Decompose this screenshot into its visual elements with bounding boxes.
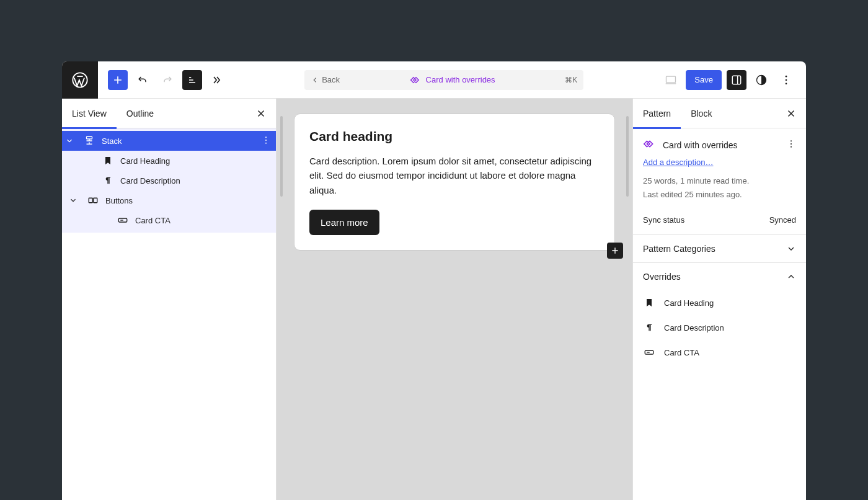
tree-item-label: Card Heading bbox=[120, 156, 170, 166]
button-icon bbox=[643, 346, 655, 359]
tab-outline[interactable]: Outline bbox=[117, 99, 164, 128]
desktop-view-icon[interactable] bbox=[661, 70, 681, 90]
pattern-icon bbox=[410, 74, 422, 86]
svg-point-14 bbox=[790, 140, 792, 141]
tree-item-heading[interactable]: Card Heading bbox=[62, 151, 276, 171]
add-block-inline-button[interactable] bbox=[607, 243, 623, 259]
pattern-header: Card with overrides bbox=[633, 128, 806, 158]
override-item[interactable]: Card CTA bbox=[643, 340, 796, 365]
back-label: Back bbox=[322, 75, 340, 84]
svg-rect-12 bbox=[94, 198, 97, 203]
pattern-meta: 25 words, 1 minute read time. Last edite… bbox=[633, 174, 806, 209]
list-view-toggle[interactable] bbox=[182, 70, 202, 90]
back-button[interactable]: Back bbox=[311, 75, 340, 84]
more-tools-button[interactable] bbox=[207, 70, 227, 90]
tree-item-stack[interactable]: Stack bbox=[62, 131, 276, 151]
tab-list-view[interactable]: List View bbox=[62, 99, 117, 128]
button-icon bbox=[117, 214, 129, 226]
block-tree: Stack Card Heading Card Description But bbox=[62, 128, 276, 233]
tree-item-label: Buttons bbox=[105, 196, 133, 205]
svg-point-5 bbox=[786, 79, 787, 81]
toolbar-center: Back Card with overrides ⌘K bbox=[227, 70, 661, 90]
add-description-link[interactable]: Add a description… bbox=[633, 158, 806, 174]
override-label: Card Heading bbox=[664, 298, 714, 308]
save-button[interactable]: Save bbox=[686, 70, 722, 90]
right-panel-tabs: Pattern Block bbox=[633, 99, 806, 128]
section-categories-toggle[interactable]: Pattern Categories bbox=[633, 235, 806, 262]
paragraph-icon bbox=[643, 321, 655, 334]
svg-point-9 bbox=[265, 140, 267, 141]
svg-rect-7 bbox=[87, 136, 92, 139]
editor-canvas[interactable]: Card heading Card description. Lorem ips… bbox=[277, 99, 632, 500]
add-block-button[interactable] bbox=[108, 70, 128, 90]
scrollbar-left bbox=[280, 116, 283, 197]
tree-item-description[interactable]: Card Description bbox=[62, 171, 276, 190]
top-toolbar: Back Card with overrides ⌘K Save bbox=[62, 61, 806, 99]
sync-status-row: Sync status Synced bbox=[633, 209, 806, 234]
left-panel-tabs: List View Outline bbox=[62, 99, 276, 128]
close-settings-button[interactable] bbox=[784, 106, 799, 121]
redo-button[interactable] bbox=[157, 70, 177, 90]
settings-sidebar-toggle[interactable] bbox=[727, 70, 746, 90]
styles-button[interactable] bbox=[751, 70, 771, 90]
svg-point-8 bbox=[265, 136, 267, 138]
override-label: Card Description bbox=[664, 323, 724, 333]
right-panel: Pattern Block Card with overrides Add a … bbox=[632, 99, 806, 500]
paragraph-icon bbox=[102, 174, 114, 187]
chevron-down-icon bbox=[786, 244, 796, 254]
group-icon bbox=[87, 194, 99, 207]
scrollbar-right bbox=[626, 116, 629, 197]
pattern-icon bbox=[643, 137, 657, 153]
tree-item-label: Card CTA bbox=[135, 216, 170, 225]
override-label: Card CTA bbox=[664, 348, 699, 357]
svg-rect-1 bbox=[666, 76, 676, 83]
svg-point-16 bbox=[790, 146, 792, 148]
overrides-list: Card Heading Card Description Card CTA bbox=[633, 290, 806, 373]
svg-point-15 bbox=[790, 143, 792, 145]
breadcrumb-bar[interactable]: Back Card with overrides ⌘K bbox=[304, 70, 583, 90]
section-overrides: Overrides Card Heading Card Description … bbox=[633, 262, 806, 373]
stack-icon bbox=[83, 135, 95, 147]
sync-status-label: Sync status bbox=[643, 215, 684, 225]
tree-item-cta[interactable]: Card CTA bbox=[62, 210, 276, 230]
card-cta-button[interactable]: Learn more bbox=[309, 210, 379, 235]
pattern-options-icon[interactable] bbox=[786, 139, 796, 151]
card-heading[interactable]: Card heading bbox=[309, 129, 600, 144]
tree-item-label: Stack bbox=[102, 136, 122, 146]
pattern-name: Card with overrides bbox=[663, 140, 738, 150]
pattern-title: Card with overrides bbox=[346, 74, 559, 86]
editor-window: Back Card with overrides ⌘K Save bbox=[62, 61, 806, 500]
override-item[interactable]: Card Heading bbox=[643, 290, 796, 315]
close-panel-button[interactable] bbox=[254, 106, 268, 121]
card-block[interactable]: Card heading Card description. Lorem ips… bbox=[294, 114, 615, 251]
card-description[interactable]: Card description. Lorem ipsum dolor sit … bbox=[309, 154, 600, 197]
bookmark-icon bbox=[643, 297, 655, 309]
svg-rect-2 bbox=[732, 76, 740, 84]
options-menu-button[interactable] bbox=[776, 70, 796, 90]
sync-status-value: Synced bbox=[769, 215, 796, 225]
tab-block[interactable]: Block bbox=[681, 99, 722, 128]
svg-point-10 bbox=[265, 142, 267, 143]
tree-item-more-icon[interactable] bbox=[261, 135, 271, 147]
bookmark-icon bbox=[102, 154, 114, 167]
left-panel: List View Outline Stack Card Heading bbox=[62, 99, 277, 500]
toolbar-left bbox=[98, 70, 227, 90]
tree-item-buttons[interactable]: Buttons bbox=[62, 190, 276, 210]
tab-pattern[interactable]: Pattern bbox=[633, 99, 681, 128]
chevron-up-icon bbox=[786, 272, 796, 282]
wordpress-logo[interactable] bbox=[62, 61, 98, 99]
svg-point-6 bbox=[786, 83, 787, 84]
svg-point-4 bbox=[786, 75, 787, 77]
tree-item-label: Card Description bbox=[120, 176, 180, 185]
editor-body: List View Outline Stack Card Heading bbox=[62, 99, 806, 500]
shortcut-hint: ⌘K bbox=[565, 76, 577, 84]
svg-rect-11 bbox=[89, 198, 92, 203]
toolbar-right: Save bbox=[661, 70, 806, 90]
undo-button[interactable] bbox=[133, 70, 153, 90]
override-item[interactable]: Card Description bbox=[643, 315, 796, 340]
section-overrides-toggle[interactable]: Overrides bbox=[633, 263, 806, 290]
section-categories: Pattern Categories bbox=[633, 234, 806, 262]
